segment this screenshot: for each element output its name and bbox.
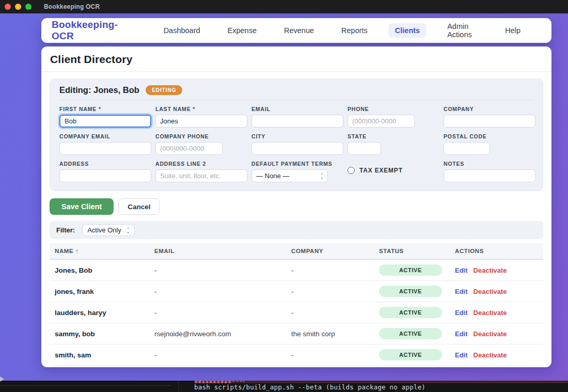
nav-item-clients[interactable]: Clients xyxy=(388,23,427,38)
payment-terms-value: — None — xyxy=(256,172,289,180)
field-city: CITY xyxy=(251,133,343,155)
postal-code-input[interactable] xyxy=(444,142,490,155)
chevron-updown-icon: ⌃⌄ xyxy=(127,228,130,233)
terminal-right-pane: cd ~/Projects/▮▮▮▮▮▮▮▮▮▮ bash scripts/bu… xyxy=(179,381,568,392)
edit-link[interactable]: Edit xyxy=(455,351,468,359)
nav-item-revenue[interactable]: Revenue xyxy=(277,23,321,38)
edit-link[interactable]: Edit xyxy=(455,266,468,274)
address2-input[interactable] xyxy=(155,169,247,182)
top-nav: Bookkeeping-OCR DashboardExpenseRevenueR… xyxy=(41,18,551,43)
notes-input[interactable] xyxy=(444,169,535,182)
payment-terms-select[interactable]: — None — ⌃⌄ xyxy=(251,169,328,182)
deactivate-link[interactable]: Deactivate xyxy=(474,288,507,295)
address2-label: ADDRESS LINE 2 xyxy=(155,161,247,167)
deactivate-link[interactable]: Deactivate xyxy=(474,330,507,338)
column-header-name[interactable]: NAME↑ xyxy=(55,248,154,254)
terminal-background: cd ~/Projects/▮▮▮▮▮▮▮▮▮▮ bash scripts/bu… xyxy=(0,381,568,392)
field-phone: PHONE xyxy=(348,106,439,128)
first-name-label: FIRST NAME * xyxy=(59,106,151,112)
company-email-label: COMPANY EMAIL xyxy=(59,133,151,139)
page-header: Client Directory xyxy=(41,46,551,72)
field-company-email: COMPANY EMAIL xyxy=(59,133,151,155)
deactivate-link[interactable]: Deactivate xyxy=(474,266,507,274)
address-input[interactable] xyxy=(59,169,151,182)
chevron-updown-icon: ⌃⌄ xyxy=(320,174,323,179)
actions-cell: EditDeactivate xyxy=(455,329,548,338)
client-email: rsejnoide@rivweorh.com xyxy=(154,330,291,338)
email-input[interactable] xyxy=(251,115,343,128)
client-email: - xyxy=(154,266,291,274)
client-name: Jones, Bob xyxy=(55,266,154,274)
nav-item-expense[interactable]: Expense xyxy=(221,23,263,38)
phone-input[interactable] xyxy=(348,115,415,128)
field-email: EMAIL xyxy=(251,106,343,128)
payment-terms-label: DEFAULT PAYMENT TERMS xyxy=(251,161,343,167)
nav-item-dashboard[interactable]: Dashboard xyxy=(157,23,207,38)
form-title: Editing: Jones, Bob xyxy=(59,85,139,95)
form-actions: Save Client Cancel xyxy=(50,198,543,215)
client-name: smith, sam xyxy=(55,351,154,359)
zoom-window-button[interactable] xyxy=(25,4,31,10)
status-badge: ACTIVE xyxy=(379,286,442,297)
notes-label: NOTES xyxy=(444,161,535,167)
edit-link[interactable]: Edit xyxy=(455,309,468,317)
app-logo[interactable]: Bookkeeping-OCR xyxy=(52,19,136,42)
state-label: STATE xyxy=(348,133,439,139)
client-name: jones, frank xyxy=(55,288,154,295)
client-table: NAME↑ EMAIL COMPANY STATUS ACTIONS Jones… xyxy=(50,243,543,367)
status-cell: ACTIVE xyxy=(379,328,455,339)
nav-item-admin-actions[interactable]: Admin Actions xyxy=(440,19,484,42)
app-backdrop: Bookkeeping-OCR DashboardExpenseRevenueR… xyxy=(0,13,568,381)
column-header-status[interactable]: STATUS xyxy=(379,248,455,254)
field-notes: NOTES xyxy=(444,161,535,182)
deactivate-link[interactable]: Deactivate xyxy=(474,351,507,359)
column-header-actions: ACTIONS xyxy=(455,248,548,254)
edit-link[interactable]: Edit xyxy=(455,330,468,338)
table-row: Jones, Bob--ACTIVEEditDeactivate xyxy=(50,260,543,281)
client-email: - xyxy=(154,309,291,317)
main-panel: Client Directory Editing: Jones, Bob EDI… xyxy=(41,46,551,367)
column-header-company[interactable]: COMPANY xyxy=(291,248,379,254)
table-row: laudders, haryy--ACTIVEEditDeactivate xyxy=(50,302,543,323)
titlebar: Bookkeeping OCR xyxy=(0,0,568,13)
table-row: sammy, bobrsejnoide@rivweorh.comthe smit… xyxy=(50,323,543,344)
company-email-input[interactable] xyxy=(59,142,151,155)
status-cell: ACTIVE xyxy=(379,307,455,318)
client-name: sammy, bob xyxy=(55,330,154,338)
deactivate-link[interactable]: Deactivate xyxy=(474,309,507,317)
last-name-label: LAST NAME * xyxy=(155,106,247,112)
minimize-window-button[interactable] xyxy=(15,4,21,10)
window-title: Bookkeeping OCR xyxy=(44,3,100,10)
close-window-button[interactable] xyxy=(5,4,11,10)
status-badge: ACTIVE xyxy=(379,349,442,360)
terminal-command-line: bash scripts/build_app.sh --beta (builds… xyxy=(194,383,568,391)
cancel-button[interactable]: Cancel xyxy=(118,198,160,215)
status-badge: ACTIVE xyxy=(379,307,442,318)
field-company: COMPANY xyxy=(444,106,535,128)
city-label: CITY xyxy=(251,133,343,139)
client-company: - xyxy=(291,351,379,359)
terminal-clipped-line: cd ~/Projects/▮▮▮▮▮▮▮▮▮▮ xyxy=(194,381,568,383)
field-payment-terms: DEFAULT PAYMENT TERMS — None — ⌃⌄ xyxy=(251,161,343,182)
filter-select[interactable]: Active Only ⌃⌄ xyxy=(82,224,135,236)
nav-item-reports[interactable]: Reports xyxy=(335,23,374,38)
save-client-button[interactable]: Save Client xyxy=(50,198,114,215)
client-company: - xyxy=(291,309,379,317)
actions-cell: EditDeactivate xyxy=(455,265,548,275)
field-address2: ADDRESS LINE 2 xyxy=(155,161,247,182)
company-input[interactable] xyxy=(444,115,535,128)
editing-badge: EDITING xyxy=(146,85,183,95)
status-cell: ACTIVE xyxy=(379,349,455,360)
client-company: - xyxy=(291,266,379,274)
company-phone-input[interactable] xyxy=(155,142,223,155)
nav-item-help[interactable]: Help xyxy=(498,23,527,38)
state-input[interactable] xyxy=(348,142,381,155)
table-row: smith, sam--ACTIVEEditDeactivate xyxy=(50,344,543,366)
tax-exempt-checkbox[interactable] xyxy=(348,167,355,174)
last-name-input[interactable] xyxy=(155,115,247,128)
column-header-email[interactable]: EMAIL xyxy=(154,248,291,254)
email-label: EMAIL xyxy=(251,106,343,112)
edit-link[interactable]: Edit xyxy=(455,288,468,295)
city-input[interactable] xyxy=(251,142,343,155)
first-name-input[interactable] xyxy=(59,115,151,128)
